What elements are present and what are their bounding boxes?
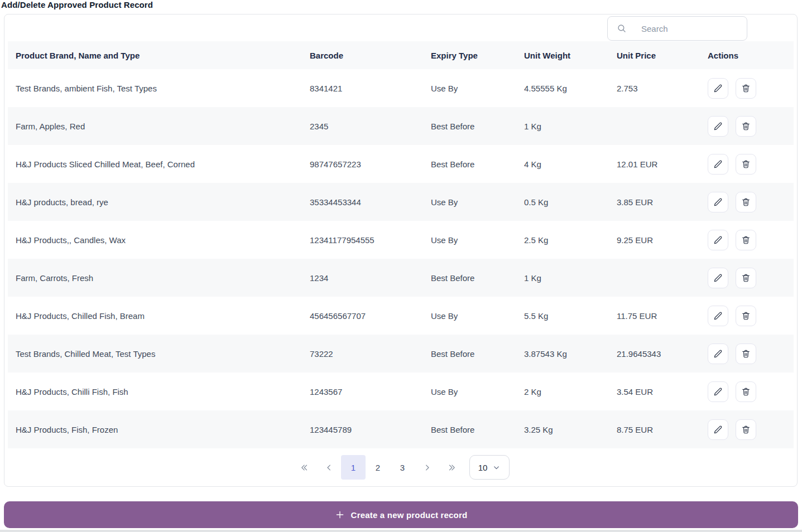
table-row: H&J Products, Chilli Fish, Fish 1243567 …: [8, 373, 794, 410]
delete-button[interactable]: [736, 192, 756, 212]
product-cell: H&J Products, Chilled Fish, Bream: [8, 311, 310, 321]
actions-cell: [708, 230, 794, 250]
delete-button[interactable]: [736, 230, 756, 250]
table-row: Test Brands, ambient Fish, Test Types 83…: [8, 69, 794, 107]
page-button-2[interactable]: 2: [366, 455, 390, 480]
unit-price-cell: 3.85 EUR: [617, 197, 708, 207]
unit-price-cell: 3.54 EUR: [617, 387, 708, 396]
pencil-icon: [713, 349, 723, 359]
trash-icon: [741, 159, 751, 169]
bottom-divider: [0, 530, 802, 532]
product-cell: H&J Products Sliced Chilled Meat, Beef, …: [8, 159, 310, 169]
product-cell: H&J Products,, Candles, Wax: [8, 235, 310, 245]
barcode-cell: 12341177954555: [310, 235, 431, 245]
delete-button[interactable]: [736, 419, 756, 440]
product-cell: Test Brands, Chilled Meat, Test Types: [8, 349, 310, 359]
prev-page-button[interactable]: [316, 455, 341, 480]
page-button-1[interactable]: 1: [341, 455, 366, 480]
pencil-icon: [713, 84, 723, 93]
column-header-unit-weight: Unit Weight: [524, 51, 617, 60]
actions-cell: [708, 344, 794, 364]
delete-button[interactable]: [736, 154, 756, 175]
unit-price-cell: 12.01 EUR: [617, 159, 708, 169]
chevron-left-icon: [325, 463, 333, 472]
table-row: Test Brands, Chilled Meat, Test Types 73…: [8, 335, 794, 373]
delete-button[interactable]: [736, 78, 756, 99]
barcode-cell: 1234: [310, 273, 431, 283]
delete-button[interactable]: [736, 306, 756, 326]
expiry-type-cell: Best Before: [431, 273, 524, 283]
barcode-cell: 98747657223: [310, 159, 431, 169]
pencil-icon: [713, 387, 723, 396]
product-table: Product Brand, Name and Type Barcode Exp…: [8, 41, 794, 448]
page-button-3[interactable]: 3: [390, 455, 415, 480]
expiry-type-cell: Best Before: [431, 122, 524, 131]
delete-button[interactable]: [736, 381, 756, 402]
delete-button[interactable]: [736, 344, 756, 364]
product-cell: H&J Products, Chilli Fish, Fish: [8, 387, 310, 396]
pencil-icon: [713, 197, 723, 207]
delete-button[interactable]: [736, 268, 756, 288]
search-box[interactable]: [607, 16, 747, 41]
actions-cell: [708, 116, 794, 137]
unit-weight-cell: 2 Kg: [524, 387, 617, 396]
barcode-cell: 2345: [310, 122, 431, 131]
unit-weight-cell: 1 Kg: [524, 122, 617, 131]
edit-button[interactable]: [708, 192, 728, 212]
create-product-record-button[interactable]: Create a new product record: [4, 501, 798, 528]
search-icon: [617, 23, 627, 33]
unit-price-cell: 9.25 EUR: [617, 235, 708, 245]
edit-button[interactable]: [708, 381, 728, 402]
edit-button[interactable]: [708, 78, 728, 99]
expiry-type-cell: Best Before: [431, 425, 524, 434]
trash-icon: [741, 84, 751, 93]
delete-button[interactable]: [736, 116, 756, 137]
unit-price-cell: 8.75 EUR: [617, 425, 708, 434]
unit-weight-cell: 0.5 Kg: [524, 197, 617, 207]
first-page-button[interactable]: [292, 455, 316, 480]
pencil-icon: [713, 425, 723, 434]
unit-price-cell: 2.753: [617, 84, 708, 93]
actions-cell: [708, 419, 794, 440]
edit-button[interactable]: [708, 419, 728, 440]
edit-button[interactable]: [708, 344, 728, 364]
unit-weight-cell: 2.5 Kg: [524, 235, 617, 245]
edit-button[interactable]: [708, 268, 728, 288]
last-page-button[interactable]: [439, 455, 464, 480]
table-row: H&J products, bread, rye 35334453344 Use…: [8, 183, 794, 221]
page-size-select[interactable]: 10: [469, 455, 510, 480]
edit-button[interactable]: [708, 306, 728, 326]
double-chevron-left-icon: [300, 463, 309, 472]
table-row: Farm, Carrots, Fresh 1234 Best Before 1 …: [8, 259, 794, 297]
table-toolbar: [4, 14, 797, 41]
expiry-type-cell: Use By: [431, 197, 524, 207]
expiry-type-cell: Use By: [431, 311, 524, 321]
expiry-type-cell: Use By: [431, 235, 524, 245]
edit-button[interactable]: [708, 154, 728, 175]
pencil-icon: [713, 122, 723, 131]
pencil-icon: [713, 311, 723, 321]
barcode-cell: 73222: [310, 349, 431, 359]
column-header-actions: Actions: [708, 51, 794, 60]
column-header-barcode: Barcode: [310, 51, 431, 60]
trash-icon: [741, 273, 751, 283]
next-page-button[interactable]: [415, 455, 439, 480]
pencil-icon: [713, 159, 723, 169]
column-header-product: Product Brand, Name and Type: [8, 51, 310, 60]
edit-button[interactable]: [708, 230, 728, 250]
trash-icon: [741, 387, 751, 396]
barcode-cell: 456456567707: [310, 311, 431, 321]
unit-weight-cell: 4.55555 Kg: [524, 84, 617, 93]
expiry-type-cell: Best Before: [431, 159, 524, 169]
actions-cell: [708, 78, 794, 99]
plus-icon: [335, 510, 345, 520]
edit-button[interactable]: [708, 116, 728, 137]
trash-icon: [741, 425, 751, 434]
barcode-cell: 8341421: [310, 84, 431, 93]
table-row: Farm, Apples, Red 2345 Best Before 1 Kg: [8, 107, 794, 145]
actions-cell: [708, 306, 794, 326]
page-title: Add/Delete Approved Product Record: [1, 1, 802, 9]
table-row: H&J Products, Fish, Frozen 123445789 Bes…: [8, 410, 794, 448]
double-chevron-right-icon: [448, 463, 456, 472]
search-input[interactable]: [641, 24, 752, 33]
